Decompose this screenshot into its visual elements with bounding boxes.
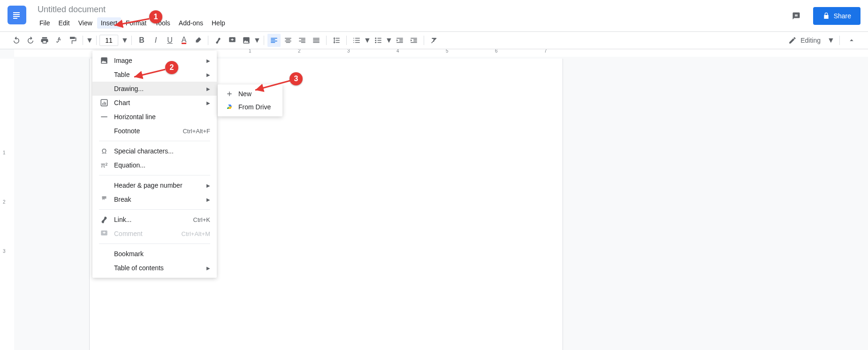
menu-label: Comment — [114, 230, 143, 237]
menu-format[interactable]: Format — [122, 17, 150, 29]
drive-icon — [224, 103, 235, 111]
submenu-item-from-drive[interactable]: From Drive — [218, 100, 282, 114]
collapse-button[interactable] — [845, 34, 858, 47]
font-size-input[interactable] — [99, 35, 118, 46]
editing-mode-button[interactable]: Editing — [784, 34, 825, 46]
svg-rect-0 — [13, 12, 20, 13]
print-button[interactable] — [38, 34, 51, 47]
menu-help[interactable]: Help — [208, 17, 229, 29]
align-justify-button[interactable] — [310, 34, 323, 47]
increase-indent-button[interactable] — [407, 34, 420, 47]
menu-item-table[interactable]: Table ▶ — [92, 68, 217, 82]
menu-item-break[interactable]: Break ▶ — [92, 192, 217, 206]
menu-item-equation[interactable]: π² Equation... — [92, 158, 217, 172]
menu-label: Equation... — [114, 161, 145, 169]
separator — [96, 36, 97, 45]
menu-item-chart[interactable]: Chart ▶ — [92, 96, 217, 110]
annotation-callout-2: 2 — [165, 61, 178, 74]
omega-icon: Ω — [99, 147, 109, 155]
separator — [99, 209, 210, 210]
comments-icon[interactable] — [787, 7, 806, 25]
share-label: Share — [834, 12, 851, 20]
submenu-arrow-icon: ▶ — [206, 266, 210, 271]
italic-button[interactable]: I — [149, 34, 162, 47]
redo-button[interactable] — [24, 34, 37, 47]
insert-comment-button[interactable] — [226, 34, 239, 47]
styles-dropdown[interactable]: ▼ — [86, 36, 93, 45]
submenu-item-new[interactable]: New — [218, 87, 282, 100]
break-icon — [99, 195, 109, 204]
menu-label: Chart — [114, 99, 130, 107]
bookmark-icon — [99, 250, 109, 258]
menu-label: Footnote — [114, 127, 140, 135]
share-button[interactable]: Share — [813, 7, 860, 25]
editing-label: Editing — [800, 37, 821, 44]
decrease-indent-button[interactable] — [393, 34, 406, 47]
menu-item-toc[interactable]: Table of contents ▶ — [92, 261, 217, 275]
editing-dropdown[interactable]: ▼ — [827, 36, 835, 45]
menu-label: Horizontal line — [114, 113, 156, 121]
font-size-dropdown[interactable]: ▼ — [121, 36, 129, 45]
bold-button[interactable]: B — [135, 34, 148, 47]
menu-view[interactable]: View — [75, 17, 96, 29]
image-icon — [99, 56, 109, 65]
bulleted-list-dropdown[interactable]: ▼ — [385, 36, 393, 45]
bulleted-list-button[interactable] — [372, 34, 385, 47]
insert-link-button[interactable] — [212, 34, 225, 47]
highlight-button[interactable] — [191, 34, 205, 47]
svg-point-7 — [375, 40, 376, 41]
underline-button[interactable]: U — [163, 34, 176, 47]
align-center-button[interactable] — [282, 34, 295, 47]
paint-format-button[interactable] — [66, 34, 79, 47]
submenu-arrow-icon: ▶ — [206, 183, 210, 188]
vertical-ruler: 1 2 3 — [0, 59, 14, 350]
annotation-callout-3: 3 — [289, 72, 303, 85]
menu-item-hline[interactable]: Horizontal line — [92, 110, 217, 124]
docs-logo-icon[interactable] — [8, 6, 26, 24]
menu-insert[interactable]: Insert — [97, 17, 121, 29]
menu-addons[interactable]: Add-ons — [175, 17, 207, 29]
submenu-arrow-icon: ▶ — [206, 72, 210, 77]
separator — [424, 36, 424, 45]
separator — [99, 141, 210, 141]
header-icon — [99, 181, 109, 190]
clear-formatting-button[interactable] — [427, 34, 441, 47]
image-dropdown[interactable]: ▼ — [253, 36, 261, 45]
spellcheck-button[interactable] — [52, 34, 65, 47]
menu-item-comment: Comment Ctrl+Alt+M — [92, 227, 217, 241]
menu-item-image[interactable]: Image ▶ — [92, 53, 217, 68]
menu-edit[interactable]: Edit — [55, 17, 74, 29]
annotation-callout-1: 1 — [149, 10, 162, 23]
footnote-icon — [99, 127, 109, 135]
text-color-button[interactable]: A — [177, 34, 190, 47]
toc-icon — [99, 264, 109, 272]
insert-image-button[interactable] — [240, 34, 253, 47]
undo-button[interactable] — [10, 34, 23, 47]
separator — [208, 36, 208, 45]
menu-label: Special characters... — [114, 147, 174, 155]
menu-file[interactable]: File — [36, 17, 54, 29]
menu-item-header-page[interactable]: Header & page number ▶ — [92, 178, 217, 192]
svg-point-6 — [375, 38, 376, 39]
drawing-icon — [99, 84, 109, 93]
menu-item-special-chars[interactable]: Ω Special characters... — [92, 144, 217, 158]
link-icon — [99, 215, 109, 224]
numbered-list-dropdown[interactable]: ▼ — [364, 36, 371, 45]
plus-icon — [224, 90, 235, 98]
menu-label: Drawing... — [114, 85, 144, 92]
menu-label: Table of contents — [114, 264, 164, 272]
menu-label: Header & page number — [114, 182, 183, 189]
shortcut-label: Ctrl+K — [193, 216, 210, 223]
menu-item-footnote[interactable]: Footnote Ctrl+Alt+F — [92, 124, 217, 138]
separator — [346, 36, 347, 45]
menu-item-link[interactable]: Link... Ctrl+K — [92, 213, 217, 227]
document-title[interactable]: Untitled document — [36, 4, 107, 15]
align-right-button[interactable] — [296, 34, 309, 47]
separator — [131, 36, 132, 45]
shortcut-label: Ctrl+Alt+M — [182, 230, 210, 237]
line-spacing-button[interactable] — [330, 34, 343, 47]
menu-item-drawing[interactable]: Drawing... ▶ — [92, 82, 217, 96]
align-left-button[interactable] — [267, 34, 281, 47]
numbered-list-button[interactable] — [350, 34, 363, 47]
menu-item-bookmark[interactable]: Bookmark — [92, 247, 217, 261]
